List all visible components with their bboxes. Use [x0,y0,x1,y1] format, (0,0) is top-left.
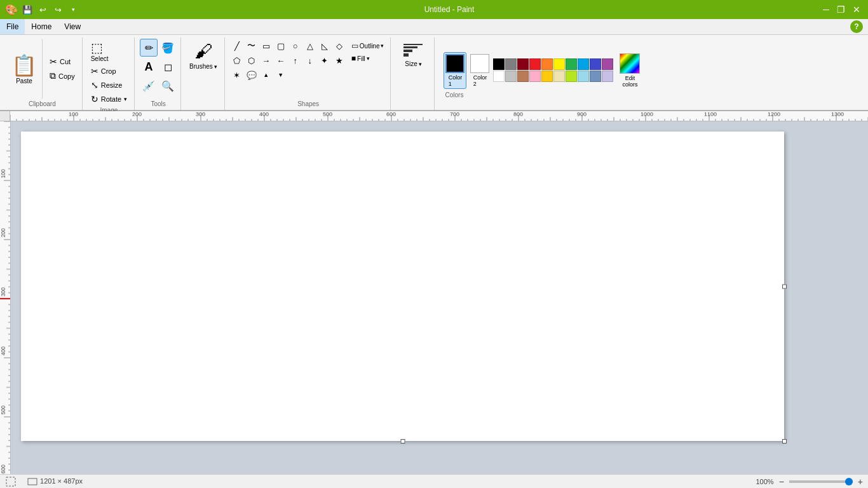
color2-label: Color2 [473,74,487,87]
swatch-gray[interactable] [505,58,517,70]
fill-button[interactable]: ■ Fill ▾ [349,53,387,64]
copy-button[interactable]: ⧉ Copy [46,69,78,83]
file-menu[interactable]: File [0,19,25,34]
crop-button[interactable]: ✂ Crop [88,65,130,78]
clipboard-sub: ✂ Cut ⧉ Copy [46,39,78,99]
swatch-yellow[interactable] [553,58,565,70]
select-icon: ⬚ [91,40,103,55]
drawing-canvas[interactable] [21,132,784,441]
close-button[interactable]: ✕ [850,3,863,16]
text-tool[interactable]: A [140,58,158,76]
undo-button[interactable]: ↩ [37,4,48,15]
brushes-button[interactable]: 🖌 Brushes ▾ [186,39,220,72]
cut-button[interactable]: ✂ Cut [46,55,78,68]
color2-button[interactable]: Color2 [469,53,491,88]
resize-handle-bottom[interactable] [400,439,405,444]
shapes-expand-up[interactable]: ▲ [259,68,273,82]
view-menu[interactable]: View [58,19,87,34]
swatch-pink[interactable] [529,71,541,82]
shape-diamond[interactable]: ◇ [332,39,346,53]
help-button[interactable]: ? [850,20,863,33]
clipboard-group: 📋 Paste ✂ Cut ⧉ Copy Clipboard [3,37,83,110]
paste-label: Paste [16,78,32,85]
swatch-silver[interactable] [505,71,517,82]
swatch-red[interactable] [529,58,541,70]
zoom-plus-button[interactable]: + [858,477,863,487]
rotate-label: Rotate [101,95,121,103]
swatch-darkred[interactable] [517,58,529,70]
save-button[interactable]: 💾 [22,4,33,15]
color2-swatch [470,54,489,73]
size-icon [401,41,425,59]
swatch-purple[interactable] [602,58,613,70]
shape-pentagon[interactable]: ⬠ [230,53,244,67]
fill-tool[interactable]: 🪣 [159,39,177,57]
resize-button[interactable]: ⤡ Resize [88,79,130,92]
shape-right-triangle[interactable]: ◺ [318,39,332,53]
swatch-cornblue[interactable] [590,71,601,82]
pencil-tool[interactable]: ✏ [140,39,158,57]
shape-star5[interactable]: ★ [332,53,346,67]
shape-arrow-u[interactable]: ↑ [288,53,302,67]
swatch-blue[interactable] [578,58,589,70]
shape-ellipse[interactable]: ○ [288,39,302,53]
selection-indicator [5,476,17,487]
swatch-lavender[interactable] [602,71,613,82]
shape-hexagon[interactable]: ⬡ [245,53,259,67]
zoom-minus-button[interactable]: − [779,477,784,487]
swatch-black[interactable] [493,58,505,70]
swatch-lime[interactable] [566,71,577,82]
color1-button[interactable]: Color1 [444,52,466,89]
shape-arrow-l[interactable]: ← [274,53,288,67]
eyedropper-tool[interactable]: 💉 [140,77,158,95]
swatch-brown[interactable] [517,71,529,82]
swatch-cream[interactable] [553,71,565,82]
magnifier-tool[interactable]: 🔍 [159,77,177,95]
main-content [0,121,868,476]
edit-colors-button[interactable]: Editcolors [616,51,644,90]
shape-star6[interactable]: ✶ [230,68,244,82]
swatch-navy[interactable] [590,58,601,70]
rotate-icon: ↻ [91,94,98,104]
swatch-gold[interactable] [541,71,553,82]
paste-button[interactable]: 📋 Paste [6,39,43,99]
eraser-tool[interactable]: ◻ [159,58,177,76]
shape-arrow-d[interactable]: ↓ [303,53,317,67]
size-button[interactable]: Size ▾ [396,39,430,70]
swatch-orange[interactable] [541,58,553,70]
shape-callout[interactable]: 💬 [245,68,259,82]
minimize-button[interactable]: ─ [820,3,832,16]
zoom-slider[interactable] [789,480,853,483]
crop-icon: ✂ [91,66,98,76]
shape-rect[interactable]: ▭ [259,39,273,53]
shape-arrow-r[interactable]: → [259,53,273,67]
image-group: ⬚ Select ✂ Crop ⤡ Resize ↻ Rotate [84,37,135,110]
canvas-area[interactable] [11,121,868,488]
app-icon: 🎨 [5,4,18,16]
shape-curve[interactable]: 〜 [245,39,259,53]
outline-label: Outline [360,43,380,50]
fill-icon: ■ [351,54,356,63]
size-content: Size ▾ [396,39,430,106]
shape-roundrect[interactable]: ▢ [274,39,288,53]
swatch-white[interactable] [493,71,505,82]
maximize-button[interactable]: ❐ [835,3,848,16]
swatch-green[interactable] [566,58,577,70]
select-button[interactable]: ⬚ Select [88,39,130,64]
resize-handle-right[interactable] [782,284,787,288]
resize-handle-corner[interactable] [782,439,787,444]
outline-button[interactable]: ▭ Outline ▾ [349,40,387,51]
shape-line[interactable]: ╱ [230,39,244,53]
shape-triangle[interactable]: △ [303,39,317,53]
home-menu[interactable]: Home [25,19,58,34]
swatch-skyblue[interactable] [578,71,589,82]
status-bar: 1201 × 487px 100% − + [0,474,868,488]
qa-dropdown[interactable]: ▾ [67,4,79,15]
brushes-group: 🖌 Brushes ▾ [182,37,225,110]
rotate-button[interactable]: ↻ Rotate ▾ [88,93,130,105]
rotate-dropdown: ▾ [124,96,127,102]
redo-button[interactable]: ↪ [52,4,64,15]
zoom-thumb[interactable] [845,478,853,485]
shape-star4[interactable]: ✦ [318,53,332,67]
shapes-expand-down[interactable]: ▼ [274,68,288,82]
